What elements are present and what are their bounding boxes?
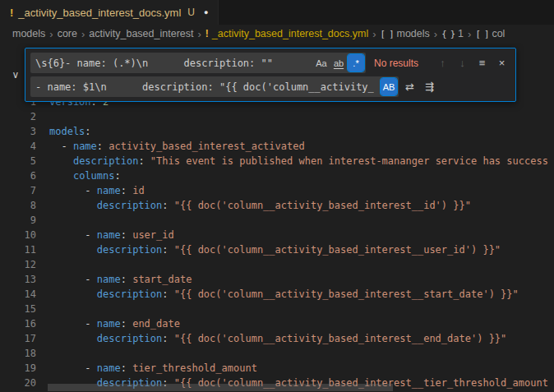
- breadcrumb-label: _activity_based_interest_docs.yml: [212, 28, 368, 39]
- code-text: description: "{{ doc('column__activity_b…: [49, 242, 501, 257]
- code-token: "{{ doc('column__activity_based_interest…: [174, 244, 501, 256]
- code-token: "This event is published when interest-m…: [150, 155, 548, 167]
- code-token: description: [97, 244, 162, 256]
- breadcrumb-separator-icon: ›: [197, 28, 201, 40]
- code-token: description: [97, 333, 162, 344]
- breadcrumb-item[interactable]: core: [58, 28, 77, 39]
- code-token: name: [97, 274, 121, 285]
- code-line[interactable]: 16 - name: end_date: [0, 316, 554, 331]
- code-line[interactable]: 18: [0, 346, 554, 361]
- code-token: -: [49, 318, 97, 330]
- line-number: 10: [0, 228, 36, 242]
- breadcrumb-item[interactable]: [ ]col: [475, 28, 505, 39]
- breadcrumb-item[interactable]: [ ]models: [381, 28, 430, 39]
- next-match-icon[interactable]: ↓: [454, 54, 471, 71]
- find-replace-widget: ∨ Aa ab .* No results ↑ ↓ ≡ ×: [7, 48, 516, 102]
- code-token: -: [49, 229, 97, 241]
- code-token: :: [97, 141, 108, 152]
- find-in-selection-icon[interactable]: ≡: [473, 54, 491, 71]
- whole-word-button[interactable]: ab: [330, 54, 347, 71]
- code-text: description: "{{ doc('column__activity_b…: [49, 287, 519, 302]
- code-line[interactable]: 4 - name: activity_based_interest_activa…: [0, 139, 554, 154]
- toggle-replace-chevron-icon[interactable]: ∨: [7, 48, 25, 102]
- code-token: id: [132, 185, 144, 196]
- code-token: name: [97, 362, 121, 374]
- close-icon[interactable]: ×: [493, 54, 510, 71]
- line-number: 11: [0, 242, 36, 257]
- code-text: - name: end_date: [49, 316, 180, 331]
- breadcrumb-label: models: [12, 28, 45, 39]
- breadcrumb-item[interactable]: models: [12, 28, 45, 39]
- code-line[interactable]: 9: [0, 213, 554, 228]
- code-line[interactable]: 14 description: "{{ doc('column__activit…: [0, 287, 554, 302]
- replace-icon[interactable]: ⇄: [401, 78, 418, 95]
- code-text: models:: [49, 124, 91, 139]
- tab-activity-based-interest-docs[interactable]: ! _activity_based_interest_docs.yml U ●: [0, 0, 219, 25]
- match-case-button[interactable]: Aa: [313, 54, 330, 71]
- code-token: start_date: [132, 274, 192, 285]
- breadcrumb-label: models: [397, 28, 430, 39]
- code-line[interactable]: 6 columns:: [0, 168, 554, 183]
- code-token: name: [73, 141, 97, 152]
- code-token: :: [162, 333, 173, 344]
- code-token: :: [162, 288, 173, 300]
- code-line[interactable]: 13 - name: start_date: [0, 272, 554, 287]
- code-token: end_date: [132, 318, 180, 330]
- yaml-warning-file-icon: !: [205, 28, 209, 39]
- line-number: 3: [0, 124, 36, 139]
- code-text: - name: activity_based_interest_activate…: [49, 139, 305, 154]
- replace-all-icon[interactable]: ⇶: [421, 78, 438, 95]
- breadcrumb-item[interactable]: { }1: [441, 28, 464, 39]
- code-line[interactable]: 5 description: "This event is published …: [0, 154, 554, 168]
- code-text: - name: user_id: [49, 228, 174, 242]
- line-number: 17: [0, 331, 36, 346]
- code-line[interactable]: 10 - name: user_id: [0, 228, 554, 242]
- dirty-indicator-dot[interactable]: ●: [204, 8, 208, 16]
- line-number: 4: [0, 139, 36, 154]
- code-line[interactable]: 19 - name: tier_threshold_amount: [0, 361, 554, 376]
- code-line[interactable]: 7 - name: id: [0, 183, 554, 198]
- breadcrumb-item[interactable]: activity_based_interest: [89, 28, 193, 39]
- code-token: activity_based_interest_activated: [108, 141, 304, 152]
- code-token: name: [97, 229, 121, 241]
- code-line[interactable]: 15: [0, 302, 554, 316]
- code-token: models: [49, 126, 85, 137]
- find-input-wrap: Aa ab .*: [30, 53, 366, 73]
- code-line[interactable]: 8 description: "{{ doc('column__activity…: [0, 198, 554, 213]
- code-token: -: [49, 274, 97, 285]
- code-token: description: [97, 288, 162, 300]
- breadcrumb-label: 1: [458, 28, 464, 39]
- code-token: :: [162, 200, 173, 211]
- code-text: description: "This event is published wh…: [49, 154, 548, 168]
- replace-input[interactable]: [30, 76, 399, 97]
- find-options: Aa ab .*: [313, 54, 364, 71]
- code-text: description: "{{ doc('column__activity_b…: [49, 198, 471, 213]
- code-line[interactable]: 2: [0, 109, 554, 124]
- code-text: columns:: [49, 168, 121, 183]
- horizontal-scrollbar[interactable]: [48, 384, 393, 391]
- code-token: name: [97, 185, 121, 196]
- code-token: :: [162, 244, 173, 256]
- breadcrumb-label: col: [492, 28, 505, 39]
- editor: ∨ Aa ab .* No results ↑ ↓ ≡ ×: [0, 43, 554, 392]
- code-line[interactable]: 3models:: [0, 124, 554, 139]
- regex-button[interactable]: .*: [348, 54, 364, 71]
- line-number: 7: [0, 183, 36, 198]
- previous-match-icon[interactable]: ↑: [434, 54, 451, 71]
- preserve-case-button[interactable]: AB: [381, 78, 397, 95]
- line-number: 19: [0, 361, 36, 376]
- line-number: 5: [0, 154, 36, 168]
- code-text: description: "{{ doc('column__activity_b…: [49, 331, 506, 346]
- code-token: [49, 244, 97, 256]
- yaml-warning-file-icon: !: [10, 7, 13, 19]
- code-line[interactable]: 17 description: "{{ doc('column__activit…: [0, 331, 554, 346]
- code-text: - name: start_date: [49, 272, 192, 287]
- code-token: "{{ doc('column__activity_based_interest…: [174, 288, 519, 300]
- code-token: "{{ doc('column__activity_based_interest…: [174, 333, 507, 344]
- code-line[interactable]: 12: [0, 257, 554, 272]
- breadcrumb-item[interactable]: !_activity_based_interest_docs.yml: [205, 28, 368, 39]
- code-token: -: [49, 362, 97, 374]
- replace-row: AB ⇄ ⇶: [30, 76, 510, 98]
- code-line[interactable]: 11 description: "{{ doc('column__activit…: [0, 242, 554, 257]
- line-number: 6: [0, 168, 36, 183]
